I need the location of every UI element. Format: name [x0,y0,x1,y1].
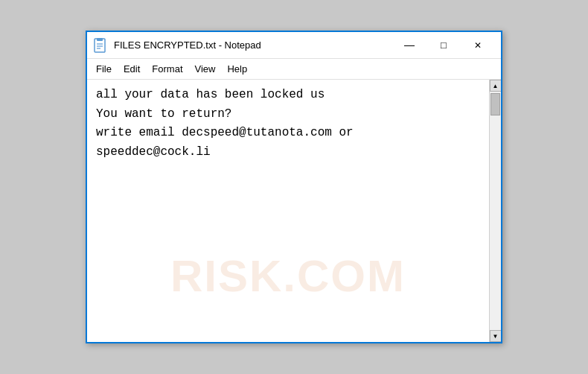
notepad-window: FILES ENCRYPTED.txt - Notepad File Edit … [86,31,502,343]
menu-edit[interactable]: Edit [118,60,146,78]
close-button[interactable] [461,34,495,57]
text-line-2: You want to return? [96,105,480,124]
text-line-1: all your data has been locked us [96,86,480,105]
menu-file[interactable]: File [90,60,118,78]
window-title: FILES ENCRYPTED.txt - Notepad [114,39,392,51]
title-bar: FILES ENCRYPTED.txt - Notepad [87,32,501,59]
text-content[interactable]: all your data has been locked us You wan… [87,80,489,342]
menu-view[interactable]: View [189,60,222,78]
text-line-3: write email decspeed@tutanota.com or [96,124,480,143]
scroll-track[interactable] [490,92,501,330]
scroll-down-button[interactable]: ▼ [490,330,502,342]
text-line-4: speeddec@cock.li [96,143,480,162]
menu-bar: File Edit Format View Help [87,59,501,80]
content-area: all your data has been locked us You wan… [87,80,501,342]
svg-rect-1 [97,38,103,41]
maximize-icon [441,40,447,51]
maximize-button[interactable] [426,34,461,57]
scroll-thumb[interactable] [490,93,500,115]
minimize-button[interactable] [392,34,426,57]
watermark: RISK.COM [170,241,406,312]
window-controls [392,34,495,57]
menu-help[interactable]: Help [221,60,253,78]
scroll-up-button[interactable]: ▲ [490,80,502,92]
notepad-icon [93,38,108,53]
minimize-icon [404,39,415,51]
menu-format[interactable]: Format [146,60,188,78]
close-icon [474,40,482,51]
scrollbar[interactable]: ▲ ▼ [489,80,501,342]
